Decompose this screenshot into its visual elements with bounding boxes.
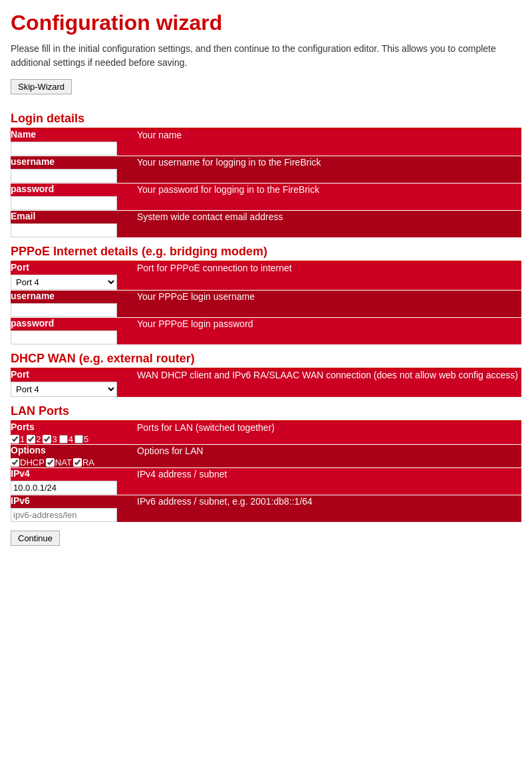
section-title-login: Login details (11, 112, 521, 129)
checkbox-port3[interactable] (43, 435, 51, 443)
intro-text: Please fill in the initial configuration… (11, 42, 516, 70)
description-3: IPv6 address / subnet, e.g. 2001:db8::1/… (137, 495, 521, 523)
table-row: usernameYour username for logging in to … (11, 156, 521, 184)
description-0: Your name (137, 129, 521, 156)
skip-wizard-button[interactable]: Skip-Wizard (11, 79, 72, 94)
description-0: WAN DHCP client and IPv6 RA/SLAAC WAN co… (137, 369, 521, 398)
description-3: System wide contact email address (137, 211, 521, 238)
input-username[interactable] (11, 169, 117, 183)
checkbox-dhcp[interactable] (11, 458, 19, 467)
continue-button[interactable]: Continue (11, 531, 60, 546)
checkbox-label-port3[interactable]: 3 (43, 434, 57, 444)
description-2: IPv4 address / subnet (137, 468, 521, 495)
input-name[interactable] (11, 142, 117, 156)
input-ipv6[interactable] (11, 508, 117, 522)
description-2: Your password for logging in to the Fire… (137, 184, 521, 211)
section-title-lan: LAN Ports (11, 404, 521, 422)
checkbox-nat[interactable] (46, 458, 55, 467)
section-title-dhcp_wan: DHCP WAN (e.g. external router) (11, 352, 521, 369)
label-password: password (11, 318, 54, 328)
page-title: Configuration wizard (11, 11, 521, 35)
label-name: Name (11, 129, 36, 140)
input-pppoe_password[interactable] (11, 330, 117, 344)
checkbox-label-dhcp[interactable]: DHCP (11, 457, 45, 467)
table-row: PortPort 1Port 2Port 3Port 4Port for PPP… (11, 262, 521, 291)
table-row: Ports 1 2 3 4 5Ports for LAN (switched t… (11, 422, 521, 445)
checkbox-label-nat[interactable]: NAT (46, 457, 72, 467)
label-password: password (11, 184, 54, 194)
checkbox-port5[interactable] (74, 435, 83, 443)
description-0: Port for PPPoE connection to internet (137, 262, 521, 291)
checkbox-group-options: DHCP NAT RA (11, 457, 137, 467)
description-0: Ports for LAN (switched together) (137, 422, 521, 445)
table-row: IPv6IPv6 address / subnet, e.g. 2001:db8… (11, 495, 521, 523)
table-row: PortPort 1Port 2Port 3Port 4WAN DHCP cli… (11, 369, 521, 398)
table-row: EmailSystem wide contact email address (11, 211, 521, 238)
label-username: username (11, 291, 55, 301)
checkbox-label-port2[interactable]: 2 (27, 434, 41, 444)
section-title-pppoe: PPPoE Internet details (e.g. bridging mo… (11, 245, 521, 262)
description-1: Your username for logging in to the Fire… (137, 156, 521, 184)
label-port: Port (11, 262, 29, 273)
section-table-dhcp_wan: PortPort 1Port 2Port 3Port 4WAN DHCP cli… (11, 369, 521, 398)
checkbox-port2[interactable] (27, 435, 35, 443)
label-options: Options (11, 445, 46, 455)
table-row: usernameYour PPPoE login username (11, 291, 521, 318)
label-ipv4: IPv4 (11, 468, 30, 479)
section-table-login: NameYour nameusernameYour username for l… (11, 129, 521, 238)
section-table-pppoe: PortPort 1Port 2Port 3Port 4Port for PPP… (11, 262, 521, 345)
table-row: Options DHCP NAT RAOptions for LAN (11, 445, 521, 468)
checkbox-label-port1[interactable]: 1 (11, 434, 25, 444)
input-email[interactable] (11, 223, 117, 237)
label-email: Email (11, 211, 35, 221)
input-password[interactable] (11, 196, 117, 210)
input-pppoe_username[interactable] (11, 303, 117, 317)
checkbox-port4[interactable] (59, 435, 68, 443)
description-1: Your PPPoE login username (137, 291, 521, 318)
description-2: Your PPPoE login password (137, 318, 521, 345)
checkbox-label-ra[interactable]: RA (73, 457, 94, 467)
label-port: Port (11, 369, 29, 380)
section-table-lan: Ports 1 2 3 4 5Ports for LAN (switched t… (11, 422, 521, 523)
label-ports: Ports (11, 422, 35, 432)
table-row: NameYour name (11, 129, 521, 156)
input-ipv4[interactable] (11, 481, 117, 495)
label-ipv6: IPv6 (11, 495, 30, 506)
select-dhcp_port[interactable]: Port 1Port 2Port 3Port 4 (11, 382, 117, 397)
checkbox-group-ports: 1 2 3 4 5 (11, 434, 137, 444)
checkbox-label-port5[interactable]: 5 (74, 434, 88, 444)
label-username: username (11, 156, 55, 167)
select-pppoe_port[interactable]: Port 1Port 2Port 3Port 4 (11, 275, 117, 290)
checkbox-label-port4[interactable]: 4 (59, 434, 73, 444)
table-row: IPv4IPv4 address / subnet (11, 468, 521, 495)
checkbox-port1[interactable] (11, 435, 19, 443)
description-1: Options for LAN (137, 445, 521, 468)
checkbox-ra[interactable] (73, 458, 82, 467)
table-row: passwordYour PPPoE login password (11, 318, 521, 345)
table-row: passwordYour password for logging in to … (11, 184, 521, 211)
